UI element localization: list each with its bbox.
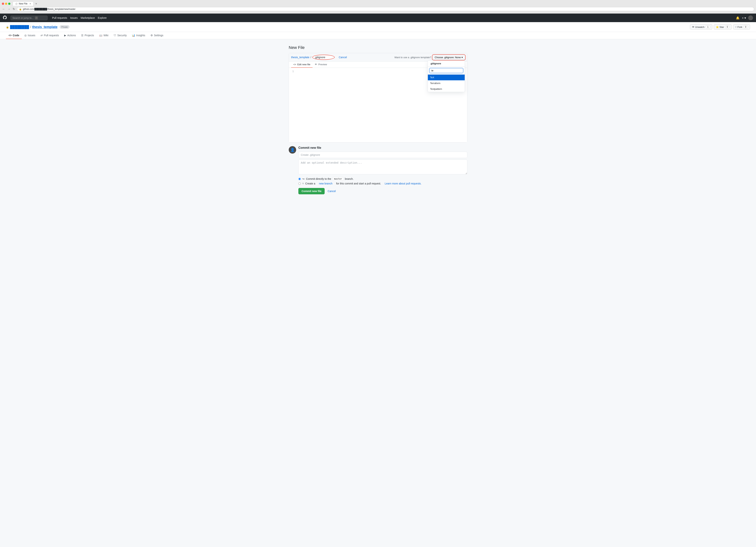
commit-section: 👤 Commit new file ↪ Commit directly to t… xyxy=(289,143,467,198)
tab-code-label: Code xyxy=(13,34,19,37)
github-topnav: Search or jump to... / Pull requests Iss… xyxy=(0,14,756,22)
nav-explore[interactable]: Explore xyxy=(98,16,107,19)
user-avatar[interactable] xyxy=(748,15,753,20)
repo-owner-link[interactable]: ████████ xyxy=(10,25,29,29)
topnav-right: 🔔 + ▾ xyxy=(736,15,753,20)
gitignore-prompt-label: Want to use a .gitignore template? xyxy=(394,56,431,59)
tab-code[interactable]: <> Code xyxy=(6,32,22,39)
nav-issues[interactable]: Issues xyxy=(70,16,78,19)
forward-button[interactable]: → xyxy=(7,7,11,11)
unwatch-button[interactable]: 👁 Unwatch 1 xyxy=(690,24,712,30)
gitignore-dropdown-header: .gitignore xyxy=(428,61,465,67)
nav-marketplace[interactable]: Marketplace xyxy=(81,16,95,19)
learn-more-link[interactable]: Learn more about pull requests. xyxy=(385,182,422,185)
gitignore-option-textpattern[interactable]: Textpattern xyxy=(428,86,465,92)
page-title-bar: New File xyxy=(289,43,467,53)
commit-avatar: 👤 xyxy=(289,146,296,154)
gitignore-search-input[interactable] xyxy=(429,68,463,73)
branch-icon: ⑂ xyxy=(302,182,304,185)
commit-option1-suffix: branch. xyxy=(345,177,354,180)
tab-settings-label: Settings xyxy=(154,34,164,37)
edit-tab-label: Edit new file xyxy=(297,63,310,66)
new-tab-button[interactable]: + xyxy=(34,2,38,6)
maximize-button[interactable] xyxy=(8,3,10,5)
commit-new-file-button[interactable]: Commit new file xyxy=(298,188,325,194)
active-tab[interactable]: ⚪ New File ✕ xyxy=(13,1,33,6)
nav-pull-requests[interactable]: Pull requests xyxy=(52,16,67,19)
commit-title: Commit new file xyxy=(298,146,467,150)
star-icon: ⭐ xyxy=(716,26,719,28)
top-nav-links: Pull requests Issues Marketplace Explore xyxy=(52,16,107,19)
tab-projects-label: Projects xyxy=(85,34,94,37)
new-file-container: thesis_template / Cancel Want to use a .… xyxy=(289,53,467,143)
tab-projects[interactable]: ☰ Projects xyxy=(79,32,97,39)
github-logo[interactable] xyxy=(3,16,7,20)
star-count: 0 xyxy=(725,25,730,29)
tab-wiki[interactable]: 📖 Wiki xyxy=(97,32,111,39)
commit-cancel-button[interactable]: Cancel xyxy=(326,188,337,194)
commit-directly-option[interactable]: ↪ Commit directly to the master branch. xyxy=(298,177,467,181)
address-bar[interactable]: 🔒 github.com/████████/thesis_template/ne… xyxy=(17,7,754,11)
commit-summary-input[interactable] xyxy=(298,152,467,158)
tab-insights[interactable]: 📊 Insights xyxy=(129,32,148,39)
preview-tab[interactable]: 👁 Preview xyxy=(313,62,329,68)
star-button[interactable]: ⭐ Star 0 xyxy=(714,24,732,30)
minimize-button[interactable] xyxy=(5,3,7,5)
gitignore-option-terraform[interactable]: Terraform xyxy=(428,80,465,86)
new-branch-link[interactable]: new branch xyxy=(319,182,332,185)
gitignore-dropdown-button[interactable]: Choose .gitignore: None ▾ xyxy=(433,55,465,60)
commit-directly-radio[interactable] xyxy=(298,178,301,180)
tab-settings[interactable]: ⚙ Settings xyxy=(148,32,166,39)
commit-description-textarea[interactable] xyxy=(298,160,467,175)
tab-security[interactable]: 🛡 Security xyxy=(111,32,129,39)
breadcrumb-repo-link[interactable]: thesis_template xyxy=(291,56,309,59)
unwatch-count: 1 xyxy=(706,25,710,29)
edit-tab[interactable]: <> Edit new file xyxy=(291,62,313,68)
refresh-button[interactable]: ↻ xyxy=(12,7,15,11)
projects-icon: ☰ xyxy=(81,34,84,37)
tab-actions-label: Actions xyxy=(67,34,76,37)
file-header: thesis_template / Cancel Want to use a .… xyxy=(289,53,467,62)
fork-button[interactable]: ⑂ Fork 0 xyxy=(733,24,750,30)
fork-icon: ⑂ xyxy=(735,26,737,28)
search-kbd: / xyxy=(35,17,38,19)
tab-pull-requests[interactable]: ⇄ Pull requests xyxy=(38,32,62,39)
tab-wiki-label: Wiki xyxy=(103,34,108,37)
commit-form: Commit new file ↪ Commit directly to the… xyxy=(298,146,467,194)
wiki-icon: 📖 xyxy=(99,34,102,37)
close-button[interactable] xyxy=(2,3,4,5)
file-name-input[interactable] xyxy=(312,55,335,60)
option2-suffix: for this commit and start a pull request… xyxy=(336,182,381,185)
new-branch-option[interactable]: ⑂ Create a new branch for this commit an… xyxy=(298,182,467,185)
issues-icon: ◎ xyxy=(24,34,27,37)
cancel-file-button[interactable]: Cancel xyxy=(337,55,348,60)
preview-icon: 👁 xyxy=(315,63,317,66)
tab-issues-label: Issues xyxy=(28,34,35,37)
gitignore-dropdown: .gitignore TeX Terraform Textpattern xyxy=(428,60,465,92)
private-badge: Private xyxy=(60,25,69,29)
breadcrumb-sep: / xyxy=(310,56,311,59)
search-placeholder: Search or jump to... xyxy=(12,17,33,19)
tab-close-icon[interactable]: ✕ xyxy=(29,3,31,5)
tab-actions[interactable]: ▶ Actions xyxy=(62,32,79,39)
commit-option1-label: Commit directly to the xyxy=(306,177,331,180)
tab-pr-label: Pull requests xyxy=(44,34,59,37)
gitignore-option-tex[interactable]: TeX xyxy=(428,75,465,80)
new-branch-radio[interactable] xyxy=(298,183,301,185)
repo-name-link[interactable]: thesis_template xyxy=(32,25,57,29)
tab-issues[interactable]: ◎ Issues xyxy=(22,32,38,39)
line-numbers: 1 xyxy=(291,70,297,140)
add-menu-button[interactable]: + ▾ xyxy=(742,16,746,20)
commit-icon: ↪ xyxy=(302,177,305,180)
fork-label: Fork xyxy=(737,26,742,28)
traffic-lights xyxy=(2,3,10,5)
search-box[interactable]: Search or jump to... / xyxy=(10,16,48,20)
notifications-button[interactable]: 🔔 xyxy=(736,16,740,20)
create-label: Create a xyxy=(305,182,315,185)
address-text: github.com/████████/thesis_template/new/… xyxy=(23,8,752,10)
repo-header: 🔒 ████████ / thesis_template Private 👁 U… xyxy=(0,22,756,32)
gitignore-template-section: Want to use a .gitignore template? Choos… xyxy=(394,55,465,60)
tab-security-label: Security xyxy=(117,34,127,37)
commit-buttons: Commit new file Cancel xyxy=(298,188,467,194)
back-button[interactable]: ← xyxy=(2,7,6,11)
